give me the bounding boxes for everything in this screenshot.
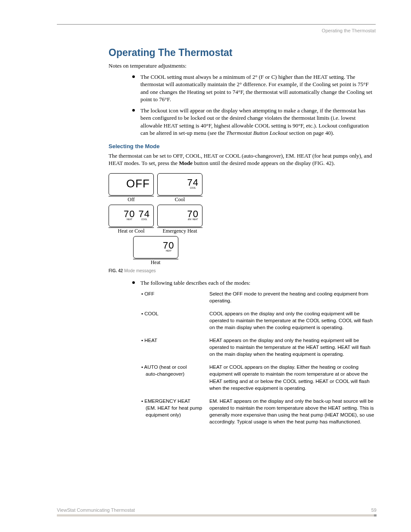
mode-desc: HEAT or COOL appears on the display. Eit… [209,364,376,391]
lcd-sublabel: HEAT [127,218,132,221]
mode-name: • HEAT [141,337,209,358]
lcd-cell-emergency: 70 EM. HEAT Emergency Heat [157,205,202,234]
lcd-cell-heat: 70 HEAT Heat [133,236,178,266]
footer-page-number: 59 [371,507,377,513]
mode-desc: Select the OFF mode to prevent the heati… [209,290,376,304]
figure-caption: FIG. 42 Mode messages [57,268,376,273]
mode-desc: EM. HEAT appears on the display and only… [209,398,376,425]
lcd-display: 74 [139,209,150,219]
lcd-label: Heat [133,259,178,266]
table-intro-list: The following table describes each of th… [57,279,376,287]
lcd-display: 70 [124,209,135,219]
paragraph-part: button until the desired mode appears on… [193,160,335,166]
caption-text: Mode messages [123,268,156,273]
lcd-display: 70 [187,209,199,219]
mode-name: • AUTO (heat or cool auto-changeover) [141,364,209,391]
mode-name: • COOL [141,310,209,331]
table-intro-item: The following table describes each of th… [134,279,376,287]
figure-42: OFF Off 74 COOL Cool 70 [57,173,376,266]
lcd-sublabel: EM. HEAT [188,218,198,221]
lcd-label: Emergency Heat [157,227,202,234]
mode-desc: COOL appears on the display and only the… [209,310,376,331]
lcd-display: 70 [163,241,174,250]
lcd-label: Off [109,196,154,203]
lcd-display: 74 [187,178,199,187]
paragraph-bold: Mode [179,160,193,166]
page-title: Operating The Thermostat [57,47,376,59]
mode-name: • EMERGENCY HEAT (EM. HEAT for heat pump… [141,398,209,425]
lcd-cell-off: OFF Off [109,173,154,203]
footer-left: ViewStat Communicating Thermostat [57,507,135,513]
lcd-label: Heat or Cool [109,227,154,234]
running-header: Operating the Thermostat [57,28,376,33]
section-paragraph: The thermostat can be set to OFF, COOL, … [57,152,376,167]
caption-number: FIG. 42 [109,268,123,273]
lcd-label: Cool [157,196,202,203]
lcd-cell-heatcool: 70 HEAT 74 COOL Heat or Cool [109,205,154,234]
lcd-display: OFF [126,178,150,189]
note-item: The lockout icon will appear on the disp… [134,107,376,137]
table-row: • OFF Select the OFF mode to prevent the… [141,290,376,304]
table-row: • HEAT HEAT appears on the display and o… [141,337,376,358]
lcd-sublabel: COOL [190,187,196,189]
mode-name: • OFF [141,290,209,304]
lcd-sublabel: HEAT [166,249,171,252]
table-row: • AUTO (heat or cool auto-changeover) HE… [141,364,376,391]
note-italic-ref: Thermostat Button Lockout [226,130,287,136]
section-heading: Selecting the Mode [57,143,376,149]
lcd-sublabel: COOL [141,218,147,221]
header-rule [57,24,376,25]
lcd-cell-cool: 74 COOL Cool [157,173,202,203]
intro-text: Notes on temperature adjustments: [57,62,376,70]
mode-desc: HEAT appears on the display and only the… [209,337,376,358]
table-row: • COOL COOL appears on the display and o… [141,310,376,331]
notes-list: The COOL setting must always be a minimu… [57,73,376,137]
table-row: • EMERGENCY HEAT (EM. HEAT for heat pump… [141,398,376,425]
page-footer: ViewStat Communicating Thermostat 59 [57,507,377,516]
note-text-part: section on page 40). [288,130,334,136]
footer-rule [57,514,377,516]
note-item: The COOL setting must always be a minimu… [134,73,376,103]
mode-table: • OFF Select the OFF mode to prevent the… [57,290,376,426]
